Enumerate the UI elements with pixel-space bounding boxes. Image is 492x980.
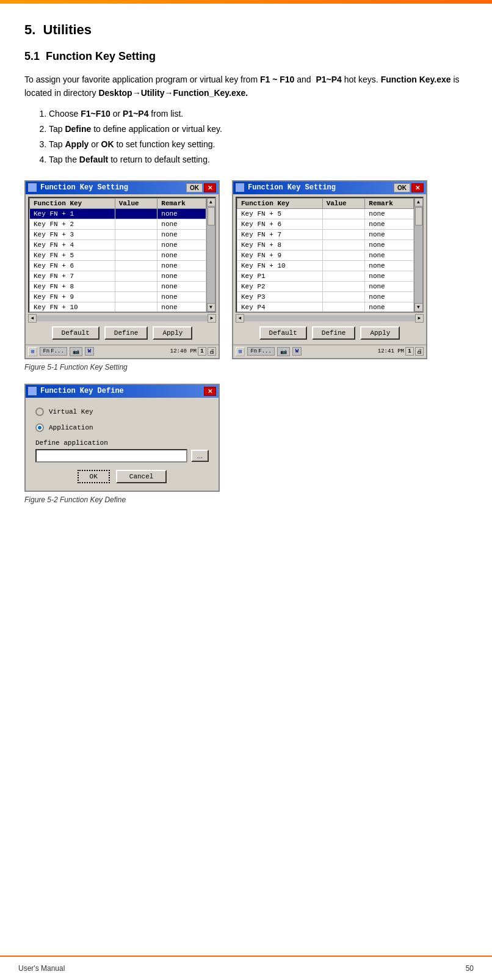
- figure-2-start-btn[interactable]: ⊞: [236, 347, 245, 356]
- col-function-key-1: Function Key: [30, 198, 115, 208]
- figure-2-body: Function Key Value Remark Key FN + 5none…: [233, 194, 426, 345]
- steps-list: Choose F1~F10 or P1~P4 from list. Tap De…: [49, 106, 468, 168]
- table-row[interactable]: Key FN + 10none: [237, 260, 422, 271]
- table-row[interactable]: Key P1none: [237, 271, 422, 281]
- scroll-down-2[interactable]: ▼: [414, 303, 423, 312]
- scroll-right-1[interactable]: ►: [208, 314, 216, 323]
- figure-2-scrollbar-h[interactable]: ◄ ►: [236, 314, 424, 323]
- figure-2-printer-icon: 🖨: [415, 347, 424, 356]
- figure-1-taskbar-cam[interactable]: 📷: [70, 347, 82, 356]
- figure-2-table: Function Key Value Remark Key FN + 5none…: [237, 198, 422, 313]
- table-row[interactable]: Key FN + 7none: [237, 229, 422, 240]
- figure-1-taskbar-fn[interactable]: Fn F...: [40, 347, 67, 356]
- col-value-1: Value: [115, 198, 157, 208]
- table-row[interactable]: Key FN + 9none: [237, 250, 422, 260]
- figure-1-start-btn[interactable]: ⊞: [28, 347, 37, 356]
- figure-3-title-icon: [28, 387, 37, 395]
- table-row[interactable]: Key P2none: [237, 281, 422, 291]
- scroll-up-2[interactable]: ▲: [414, 198, 423, 207]
- col-remark-1: Remark: [157, 198, 206, 208]
- scroll-left-2[interactable]: ◄: [236, 314, 244, 323]
- figure-2-taskbar: ⊞ Fn F... 📷 W 12:41 PM 1 🖨: [233, 345, 426, 358]
- table-row[interactable]: Key FN + 4none: [30, 240, 215, 250]
- table-row[interactable]: Key FN + 5none: [237, 208, 422, 219]
- figure-1-close-button[interactable]: ✕: [204, 183, 216, 192]
- figure-1-apply-button[interactable]: Apply: [153, 326, 192, 340]
- figure-2-title: Function Key Setting: [248, 183, 336, 192]
- radio-virtual-key-row[interactable]: Virtual Key: [35, 408, 209, 416]
- figure-2-default-button[interactable]: Default: [259, 326, 307, 340]
- scroll-thumb-1[interactable]: [208, 207, 215, 225]
- define-ok-cancel-row: OK Cancel: [35, 470, 209, 483]
- table-row[interactable]: Key FN + 9none: [30, 291, 215, 302]
- figure-3-section: Function Key Define ✕ Virtual Key: [24, 384, 468, 504]
- figure-1-taskbar-word[interactable]: W: [85, 347, 94, 356]
- figure-3-title: Function Key Define: [40, 387, 124, 395]
- chapter-title: 5. Utilities: [24, 22, 468, 38]
- radio-virtual-key[interactable]: [35, 408, 44, 416]
- figure-2-taskbar-fn[interactable]: Fn F...: [247, 347, 274, 356]
- table-row[interactable]: Key FN + 8none: [237, 240, 422, 250]
- figure-2-container: Function Key Setting OK ✕ Function Key: [232, 180, 427, 371]
- table-row[interactable]: Key FN + 10none: [30, 302, 215, 312]
- define-browse-button[interactable]: ...: [191, 450, 209, 462]
- scroll-up-1[interactable]: ▲: [207, 198, 215, 207]
- table-row[interactable]: Key FN + 1none: [30, 208, 215, 219]
- table-row[interactable]: Key FN + 2none: [30, 219, 215, 229]
- figure-2-scrollbar-v[interactable]: ▲ ▼: [414, 198, 422, 312]
- define-cancel-button[interactable]: Cancel: [116, 470, 167, 483]
- figure-1-ok-button[interactable]: OK: [186, 183, 203, 192]
- scroll-thumb-2[interactable]: [415, 207, 422, 225]
- figure-1-scrollbar-v[interactable]: ▲ ▼: [206, 198, 215, 312]
- figure-1-default-button[interactable]: Default: [52, 326, 99, 340]
- scroll-left-1[interactable]: ◄: [28, 314, 37, 323]
- figure-1-window: Function Key Setting OK ✕ Function Key: [24, 180, 220, 359]
- radio-application[interactable]: [35, 423, 44, 432]
- step-2: Tap Define to define application or virt…: [49, 122, 468, 137]
- radio-application-row[interactable]: Application: [35, 423, 209, 432]
- col-remark-2: Remark: [365, 198, 414, 208]
- step-3: Tap Apply or OK to set function key sett…: [49, 137, 468, 152]
- table-row[interactable]: Key FN + 5none: [30, 250, 215, 260]
- figure-2-ok-button[interactable]: OK: [394, 183, 410, 192]
- define-input-row: ...: [35, 449, 209, 463]
- figure-3-body: Virtual Key Application Define applicati…: [26, 398, 219, 491]
- col-function-key-2: Function Key: [237, 198, 323, 208]
- figure-2-taskbar-word[interactable]: W: [292, 347, 302, 356]
- table-row[interactable]: Key FN + 8none: [30, 281, 215, 291]
- define-application-label: Define application: [35, 439, 209, 447]
- scroll-down-1[interactable]: ▼: [207, 303, 215, 312]
- figure-2-apply-button[interactable]: Apply: [360, 326, 400, 340]
- figure-2-title-icon: [236, 183, 244, 192]
- scroll-right-2[interactable]: ►: [415, 314, 424, 323]
- figure-1-buttons: Default Define Apply: [28, 323, 216, 342]
- figure-1-title: Function Key Setting: [40, 183, 128, 192]
- figure-2-close-button[interactable]: ✕: [411, 183, 424, 192]
- define-ok-button[interactable]: OK: [78, 470, 110, 483]
- figure-2-define-button[interactable]: Define: [312, 326, 356, 340]
- define-text-input[interactable]: [35, 449, 187, 463]
- figure-1-badge-1: 1: [198, 347, 206, 356]
- figure-1-taskbar-time: 12:40 PM 1 🖨: [170, 347, 216, 356]
- table-row[interactable]: Key FN + 6none: [30, 260, 215, 271]
- figure-1-table: Function Key Value Remark Key FN + 1none…: [29, 198, 215, 313]
- col-value-2: Value: [322, 198, 365, 208]
- table-row[interactable]: Key FN + 7none: [30, 271, 215, 281]
- figure-3-window: Function Key Define ✕ Virtual Key: [24, 384, 220, 492]
- table-row[interactable]: Key FN + 3none: [30, 229, 215, 240]
- figure-3-caption: Figure 5-2 Function Key Define: [24, 495, 468, 504]
- footer-page: 50: [466, 964, 474, 973]
- radio-dot: [38, 426, 42, 430]
- table-row[interactable]: Key P3none: [237, 291, 422, 302]
- figure-3-close-button[interactable]: ✕: [204, 387, 216, 396]
- table-row[interactable]: Key P4none: [237, 302, 422, 312]
- figure-1-taskbar: ⊞ Fn F... 📷 W 12:40 PM 1 🖨: [26, 345, 219, 358]
- figure-2-taskbar-cam[interactable]: 📷: [277, 347, 290, 356]
- figure-1-printer-icon: 🖨: [208, 347, 216, 356]
- table-row[interactable]: Key FN + 6none: [237, 219, 422, 229]
- figure-2-buttons: Default Define Apply: [236, 323, 424, 342]
- figure-2-titlebar: Function Key Setting OK ✕: [233, 181, 426, 194]
- figure-1-define-button[interactable]: Define: [104, 326, 148, 340]
- figure-1-scrollbar-h[interactable]: ◄ ►: [28, 314, 216, 323]
- step-4: Tap the Default to return to default set…: [49, 152, 468, 167]
